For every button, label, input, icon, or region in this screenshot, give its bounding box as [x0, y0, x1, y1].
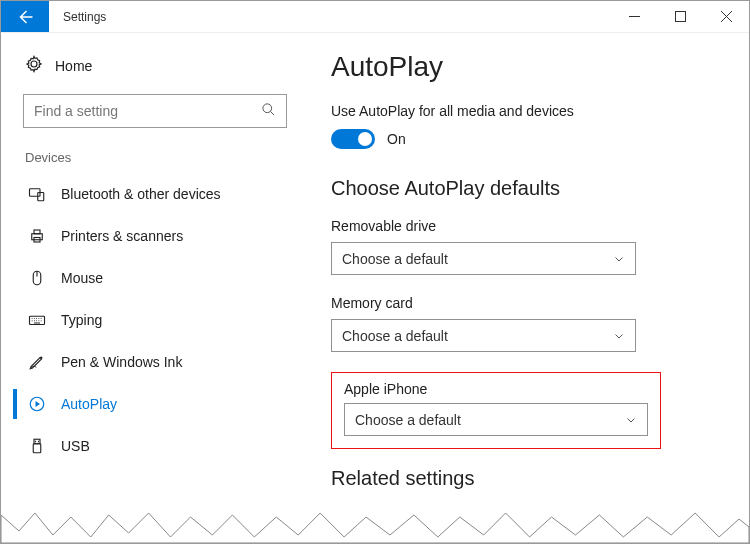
svg-rect-10: [34, 439, 40, 444]
chevron-down-icon: [625, 414, 637, 426]
field-label: Memory card: [331, 295, 719, 311]
toggle-knob: [358, 132, 372, 146]
sidebar-item-pen[interactable]: Pen & Windows Ink: [19, 341, 291, 383]
sidebar-item-usb[interactable]: USB: [19, 425, 291, 467]
keyboard-icon: [27, 311, 47, 329]
arrow-left-icon: [16, 8, 34, 26]
svg-rect-4: [32, 234, 43, 240]
sidebar-item-label: Printers & scanners: [61, 228, 183, 244]
maximize-button[interactable]: [657, 1, 703, 32]
highlighted-field: Apple iPhone Choose a default: [331, 372, 661, 449]
search-icon: [261, 102, 276, 121]
home-link[interactable]: Home: [19, 47, 291, 92]
related-settings-heading: Related settings: [331, 467, 719, 490]
sidebar-item-autoplay[interactable]: AutoPlay: [19, 383, 291, 425]
minimize-button[interactable]: [611, 1, 657, 32]
sidebar-item-printers[interactable]: Printers & scanners: [19, 215, 291, 257]
close-button[interactable]: [703, 1, 749, 32]
back-button[interactable]: [1, 1, 49, 32]
select-value: Choose a default: [342, 328, 613, 344]
apple-iphone-select[interactable]: Choose a default: [344, 403, 648, 436]
minimize-icon: [629, 11, 640, 22]
home-label: Home: [55, 58, 92, 74]
svg-rect-5: [34, 230, 40, 234]
defaults-heading: Choose AutoPlay defaults: [331, 177, 719, 200]
field-memory-card: Memory card Choose a default: [331, 295, 719, 352]
field-label: Apple iPhone: [344, 381, 648, 397]
devices-icon: [27, 185, 47, 203]
removable-drive-select[interactable]: Choose a default: [331, 242, 636, 275]
gear-icon: [25, 55, 43, 76]
close-icon: [721, 11, 732, 22]
page-heading: AutoPlay: [331, 51, 719, 83]
chevron-down-icon: [613, 330, 625, 342]
pen-icon: [27, 353, 47, 371]
field-label: Removable drive: [331, 218, 719, 234]
usb-icon: [27, 437, 47, 455]
autoplay-toggle[interactable]: [331, 129, 375, 149]
sidebar-item-label: Mouse: [61, 270, 103, 286]
main-content: AutoPlay Use AutoPlay for all media and …: [301, 33, 749, 543]
sidebar-item-mouse[interactable]: Mouse: [19, 257, 291, 299]
svg-rect-11: [33, 444, 41, 453]
maximize-icon: [675, 11, 686, 22]
select-value: Choose a default: [342, 251, 613, 267]
sidebar: Home Devices Bluetooth & other devices: [1, 33, 301, 543]
autoplay-icon: [27, 395, 47, 413]
toggle-description: Use AutoPlay for all media and devices: [331, 103, 719, 119]
sidebar-section-label: Devices: [19, 150, 291, 173]
sidebar-item-label: AutoPlay: [61, 396, 117, 412]
sidebar-item-typing[interactable]: Typing: [19, 299, 291, 341]
select-value: Choose a default: [355, 412, 625, 428]
window-title: Settings: [49, 1, 120, 32]
search-box[interactable]: [23, 94, 287, 128]
mouse-icon: [27, 269, 47, 287]
search-input[interactable]: [34, 103, 261, 119]
sidebar-item-label: Bluetooth & other devices: [61, 186, 221, 202]
printer-icon: [27, 227, 47, 245]
window-controls: [611, 1, 749, 32]
svg-point-1: [263, 103, 272, 112]
svg-rect-0: [675, 12, 685, 22]
sidebar-item-label: Pen & Windows Ink: [61, 354, 182, 370]
titlebar: Settings: [1, 1, 749, 33]
sidebar-item-label: USB: [61, 438, 90, 454]
sidebar-item-label: Typing: [61, 312, 102, 328]
sidebar-nav: Bluetooth & other devices Printers & sca…: [19, 173, 291, 467]
sidebar-item-bluetooth[interactable]: Bluetooth & other devices: [19, 173, 291, 215]
toggle-state-label: On: [387, 131, 406, 147]
settings-window: Settings Home: [0, 0, 750, 544]
memory-card-select[interactable]: Choose a default: [331, 319, 636, 352]
chevron-down-icon: [613, 253, 625, 265]
field-removable-drive: Removable drive Choose a default: [331, 218, 719, 275]
